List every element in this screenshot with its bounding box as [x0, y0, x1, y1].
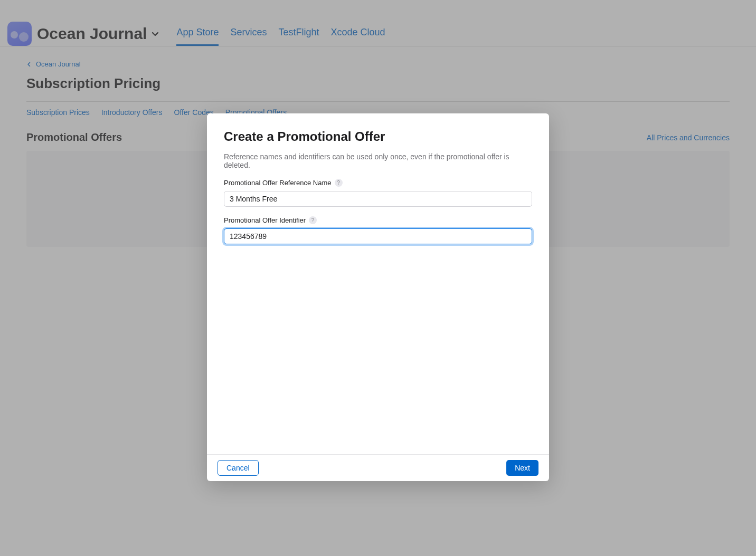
cancel-button[interactable]: Cancel	[218, 460, 259, 476]
identifier-label-text: Promotional Offer Identifier	[224, 216, 306, 224]
help-icon[interactable]: ?	[309, 216, 317, 224]
identifier-label: Promotional Offer Identifier ?	[224, 216, 532, 224]
reference-name-label-text: Promotional Offer Reference Name	[224, 179, 332, 187]
modal-description: Reference names and identifiers can be u…	[224, 152, 532, 169]
reference-name-label: Promotional Offer Reference Name ?	[224, 179, 532, 187]
identifier-input[interactable]	[224, 228, 532, 244]
create-promotional-offer-modal: Create a Promotional Offer Reference nam…	[207, 113, 549, 481]
help-icon[interactable]: ?	[335, 179, 343, 187]
reference-name-input[interactable]	[224, 191, 532, 207]
modal-footer: Cancel Next	[207, 454, 549, 481]
modal-overlay: Create a Promotional Offer Reference nam…	[0, 0, 756, 556]
modal-body: Create a Promotional Offer Reference nam…	[207, 113, 549, 454]
next-button[interactable]: Next	[506, 460, 538, 476]
modal-title: Create a Promotional Offer	[224, 129, 532, 144]
